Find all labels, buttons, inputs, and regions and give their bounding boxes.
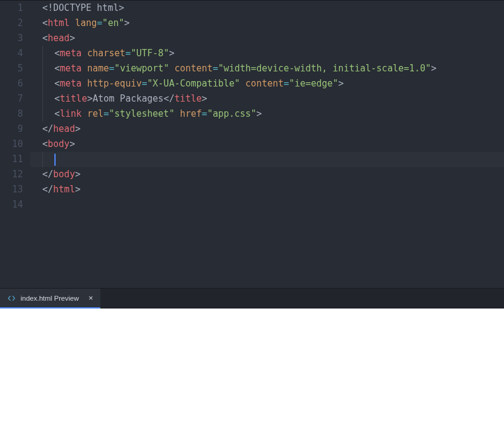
quote: " — [164, 48, 169, 59]
punct: > — [169, 48, 175, 59]
punct: > — [75, 169, 80, 180]
quote: " — [169, 108, 175, 119]
preview-tab[interactable]: index.html Preview × — [0, 289, 100, 309]
punct: > — [87, 93, 92, 104]
code-line[interactable]: </html> — [30, 182, 504, 197]
line-number-gutter: 1 2 3 4 5 6 7 8 9 10 11 12 13 14 — [0, 1, 30, 212]
line-number: 10 — [0, 137, 23, 152]
punct: > — [431, 63, 436, 74]
close-icon[interactable]: × — [89, 293, 94, 302]
op: = — [142, 78, 147, 89]
line-number: 8 — [0, 106, 23, 122]
line-number: 2 — [0, 16, 23, 31]
punct: < — [54, 48, 60, 59]
attr-name: rel — [87, 108, 103, 119]
preview-tab-bar: index.html Preview × — [0, 288, 504, 309]
quote: " — [425, 63, 431, 74]
code-line[interactable]: </body> — [30, 167, 504, 182]
punct: > — [202, 93, 207, 104]
punct: > — [75, 184, 80, 195]
line-number: 5 — [0, 61, 23, 76]
attr-value: stylesheet — [114, 108, 169, 119]
code-icon — [7, 294, 16, 302]
code-line[interactable]: <meta charset="UTF-8"> — [30, 46, 504, 61]
punct: < — [42, 139, 48, 149]
punct: < — [42, 33, 48, 44]
line-number: 9 — [0, 122, 23, 137]
quote: " — [234, 78, 240, 89]
editor-whitespace — [0, 212, 504, 288]
tag-name: body — [48, 139, 69, 149]
tag-name: meta — [60, 78, 82, 89]
line-number: 11 — [0, 152, 23, 167]
op: = — [283, 78, 289, 89]
tag-name: head — [53, 123, 75, 134]
space — [69, 18, 75, 28]
text-cursor — [54, 154, 56, 166]
code-line[interactable]: <body> — [30, 137, 504, 152]
op: = — [109, 63, 114, 74]
punct: </ — [42, 169, 53, 180]
tag-name: html — [53, 184, 75, 195]
quote: " — [147, 78, 153, 89]
attr-value: width=device-width, initial-scale=1.0 — [224, 63, 425, 74]
tag-name: meta — [60, 48, 82, 59]
tag-name: html — [48, 18, 69, 28]
punct: < — [54, 78, 60, 89]
code-line-active[interactable] — [30, 152, 504, 167]
punct: < — [54, 63, 60, 74]
code-line[interactable]: <title>Atom Packages</title> — [30, 91, 504, 106]
code-line[interactable]: <html lang="en"> — [30, 16, 504, 31]
code-line[interactable]: <meta http-equiv="X-UA-Compatible" conte… — [30, 76, 504, 91]
tag-name: link — [60, 108, 82, 119]
line-number: 3 — [0, 31, 23, 46]
attr-value: en — [108, 18, 118, 28]
line-number: 1 — [0, 1, 23, 16]
op: = — [97, 18, 102, 28]
text-content: Atom Packages — [92, 93, 163, 104]
punct: < — [54, 93, 60, 104]
attr-name: name — [87, 63, 109, 74]
op: = — [202, 108, 207, 119]
attr-value: UTF-8 — [136, 48, 163, 59]
quote: " — [164, 63, 169, 74]
punct: > — [338, 78, 344, 89]
code-line[interactable]: <!DOCTYPE html> — [30, 1, 504, 16]
code-editor-pane: 1 2 3 4 5 6 7 8 9 10 11 12 13 14 <!DOCTY… — [0, 0, 504, 288]
code-area[interactable]: 1 2 3 4 5 6 7 8 9 10 11 12 13 14 <!DOCTY… — [0, 1, 504, 212]
attr-value: ie=edge — [294, 78, 332, 89]
op: = — [103, 108, 109, 119]
doctype-token: <!DOCTYPE html> — [42, 2, 124, 13]
attr-name: lang — [75, 18, 97, 28]
quote: " — [207, 108, 213, 119]
tag-name: title — [175, 93, 202, 104]
punct: > — [69, 33, 75, 44]
space — [82, 108, 87, 119]
punct: > — [124, 18, 129, 28]
space — [175, 108, 180, 119]
quote: " — [251, 108, 256, 119]
attr-value: viewport — [120, 63, 163, 74]
quote: " — [333, 78, 338, 89]
code-line[interactable]: </head> — [30, 122, 504, 137]
punct: < — [54, 108, 60, 119]
punct: </ — [42, 123, 53, 134]
attr-name: http-equiv — [87, 78, 141, 89]
code-line[interactable] — [30, 197, 504, 212]
code-line[interactable]: <head> — [30, 31, 504, 46]
code-content[interactable]: <!DOCTYPE html> <html lang="en"> <head> … — [30, 1, 504, 212]
tag-name: meta — [60, 63, 82, 74]
code-line[interactable]: <link rel="stylesheet" href="app.css"> — [30, 106, 504, 122]
punct: </ — [164, 93, 175, 104]
code-line[interactable]: <meta name="viewport" content="width=dev… — [30, 61, 504, 76]
punct: < — [42, 18, 48, 28]
op: = — [213, 63, 218, 74]
line-number: 13 — [0, 182, 23, 197]
attr-name: charset — [87, 48, 125, 59]
space — [240, 78, 245, 89]
tab-title: index.html Preview — [21, 295, 79, 302]
line-number: 4 — [0, 46, 23, 61]
space — [82, 48, 87, 59]
html-preview-pane[interactable] — [0, 309, 504, 438]
attr-name: href — [180, 108, 202, 119]
